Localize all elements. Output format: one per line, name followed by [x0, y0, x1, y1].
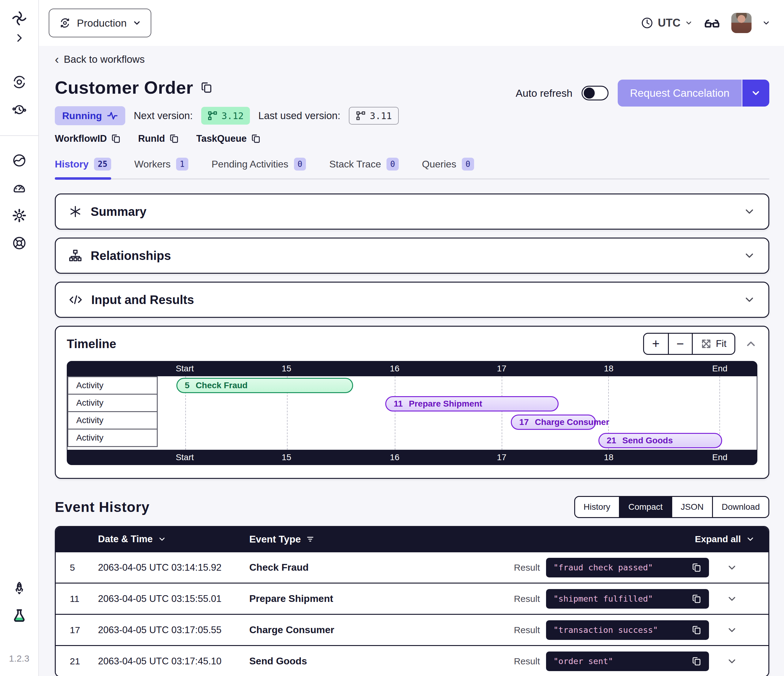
tab-history[interactable]: History 25	[55, 158, 111, 179]
settings-gear-icon[interactable]	[9, 206, 29, 225]
timeline-bar-charge-consumer[interactable]: 17Charge Consumer	[511, 415, 596, 430]
sort-datetime-header[interactable]: Date & Time	[98, 534, 249, 545]
usage-gauge-icon[interactable]	[9, 178, 29, 198]
last-used-version-value: 3.11	[370, 110, 392, 121]
tab-queries[interactable]: Queries 0	[422, 158, 474, 179]
chevron-down-icon[interactable]	[743, 250, 756, 262]
expand-row-chevron-icon[interactable]	[709, 625, 755, 636]
auto-refresh-label: Auto refresh	[516, 87, 572, 99]
expand-all-label: Expand all	[695, 534, 741, 544]
back-label: Back to workflows	[64, 54, 145, 65]
user-menu-chevron-icon[interactable]	[762, 19, 770, 27]
app-root: 1.2.3 Production UTC	[0, 0, 784, 676]
view-compact-button[interactable]: Compact	[619, 497, 671, 517]
timeline-tick-label: Start	[176, 452, 194, 462]
next-version-label: Next version:	[134, 110, 193, 121]
zoom-in-button[interactable]: +	[644, 334, 668, 354]
copy-icon[interactable]	[692, 563, 702, 572]
asterisk-icon	[68, 205, 82, 218]
task-queue-label: TaskQueue	[196, 133, 247, 144]
view-history-button[interactable]: History	[575, 497, 619, 517]
result-label: Result	[514, 656, 540, 667]
timezone-selector[interactable]: UTC	[641, 17, 693, 30]
labs-flask-icon[interactable]	[9, 606, 29, 626]
expand-row-chevron-icon[interactable]	[709, 656, 755, 667]
copy-icon[interactable]	[692, 625, 702, 635]
copy-icon	[111, 134, 121, 144]
copy-icon[interactable]	[692, 656, 702, 666]
topbar: Production UTC	[39, 0, 784, 46]
view-download-button[interactable]: Download	[712, 497, 768, 517]
tab-label: Stack Trace	[329, 159, 381, 170]
task-queue-copy[interactable]: TaskQueue	[196, 133, 261, 144]
expand-row-chevron-icon[interactable]	[709, 593, 755, 605]
bar-event-id: 21	[607, 436, 616, 446]
summary-section[interactable]: Summary	[55, 193, 769, 230]
result-chip[interactable]: "fraud check passed"	[546, 558, 709, 577]
cancelation-menu-caret[interactable]	[742, 79, 769, 107]
event-row[interactable]: 21 2063-04-05 UTC 03:17:45.10 Send Goods…	[56, 645, 768, 676]
namespace-icon	[59, 17, 72, 30]
fit-button[interactable]: Fit	[692, 334, 734, 354]
nexus-icon[interactable]	[9, 151, 29, 170]
event-row[interactable]: 17 2063-04-05 UTC 03:17:05.55 Charge Con…	[56, 614, 768, 645]
section-title: Relationships	[91, 249, 171, 263]
support-lifering-icon[interactable]	[9, 233, 29, 253]
workflow-tabs: History 25 Workers 1 Pending Activities …	[55, 158, 769, 179]
request-cancelation-button[interactable]: Request Cancelation	[618, 79, 769, 107]
run-id-copy[interactable]: RunId	[138, 133, 179, 144]
copy-title-icon[interactable]	[201, 81, 213, 94]
timeline-bar-send-goods[interactable]: 21Send Goods	[599, 433, 722, 448]
auto-refresh-toggle[interactable]	[582, 86, 608, 100]
bar-label: Check Fraud	[196, 381, 248, 390]
chevron-down-icon[interactable]	[743, 205, 756, 218]
temporal-logo-icon	[9, 9, 29, 28]
event-datetime: 2063-04-05 UTC 03:15:55.01	[98, 593, 249, 605]
workflow-id-copy[interactable]: WorkflowID	[55, 133, 121, 144]
fit-arrows-icon	[701, 338, 712, 349]
result-chip[interactable]: "order sent"	[546, 651, 709, 671]
result-chip[interactable]: "shipment fulfilled"	[546, 589, 709, 609]
chevron-down-icon[interactable]	[743, 294, 756, 306]
copy-icon[interactable]	[692, 594, 702, 604]
input-results-section[interactable]: Input and Results	[55, 282, 769, 318]
workflows-icon[interactable]	[9, 72, 29, 92]
tab-workers[interactable]: Workers 1	[134, 158, 188, 179]
timeline-bar-check-fraud[interactable]: 5Check Fraud	[176, 378, 353, 393]
zoom-out-button[interactable]: −	[668, 334, 692, 354]
back-to-workflows-link[interactable]: ‹ Back to workflows	[55, 53, 145, 65]
chevron-down-icon	[132, 19, 142, 28]
bar-event-id: 5	[185, 381, 190, 390]
clock-icon	[641, 17, 653, 30]
labs-glasses-icon[interactable]	[703, 13, 721, 33]
event-row[interactable]: 5 2063-04-05 UTC 03:14:15.92 Check Fraud…	[56, 552, 768, 583]
result-chip[interactable]: "transaction success"	[546, 620, 709, 640]
rocket-icon[interactable]	[9, 579, 29, 598]
expand-all-button[interactable]: Expand all	[695, 534, 755, 544]
timeline-panel: Timeline + − Fit	[55, 326, 769, 479]
namespace-selector[interactable]: Production	[49, 9, 151, 37]
filter-event-type-header[interactable]: Event Type	[249, 534, 695, 545]
collapse-timeline-chevron-icon[interactable]	[745, 337, 758, 350]
tab-pending-activities[interactable]: Pending Activities 0	[212, 158, 306, 179]
timeline-tick-label: Start	[176, 364, 194, 373]
timeline-bar-prepare-shipment[interactable]: 11Prepare Shipment	[385, 396, 558, 412]
tab-stack-trace[interactable]: Stack Trace 0	[329, 158, 399, 179]
expand-sidebar-chevron-icon[interactable]	[9, 28, 29, 48]
expand-row-chevron-icon[interactable]	[709, 562, 755, 573]
schedules-icon[interactable]	[9, 100, 29, 120]
result-value: "shipment fulfilled"	[554, 594, 653, 603]
event-id: 21	[70, 656, 98, 667]
user-avatar[interactable]	[731, 13, 751, 33]
relationships-section[interactable]: Relationships	[55, 238, 769, 274]
event-id: 17	[70, 625, 98, 635]
event-type: Prepare Shipment	[249, 593, 514, 605]
chevron-left-icon: ‹	[55, 53, 59, 65]
tab-count-badge: 0	[386, 158, 399, 171]
timeline-zoom-controls: + − Fit	[643, 333, 735, 355]
result-label: Result	[514, 594, 540, 604]
view-json-button[interactable]: JSON	[671, 497, 712, 517]
event-history-title: Event History	[55, 499, 150, 515]
event-row[interactable]: 11 2063-04-05 UTC 03:15:55.01 Prepare Sh…	[56, 583, 768, 614]
datetime-column-label: Date & Time	[98, 534, 153, 545]
